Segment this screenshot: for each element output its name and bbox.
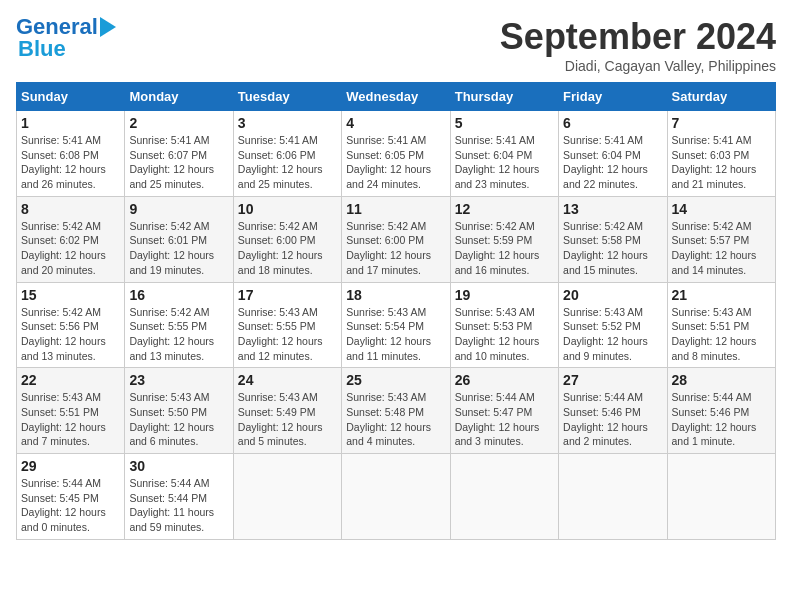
calendar-day-23: 23Sunrise: 5:43 AM Sunset: 5:50 PM Dayli…: [125, 368, 233, 454]
calendar-week-2: 8Sunrise: 5:42 AM Sunset: 6:02 PM Daylig…: [17, 196, 776, 282]
logo-text-general: General: [16, 16, 98, 38]
day-info: Sunrise: 5:43 AM Sunset: 5:49 PM Dayligh…: [238, 390, 337, 449]
calendar-day-8: 8Sunrise: 5:42 AM Sunset: 6:02 PM Daylig…: [17, 196, 125, 282]
calendar-day-14: 14Sunrise: 5:42 AM Sunset: 5:57 PM Dayli…: [667, 196, 775, 282]
day-info: Sunrise: 5:44 AM Sunset: 5:47 PM Dayligh…: [455, 390, 554, 449]
empty-cell: [342, 454, 450, 540]
day-number: 18: [346, 287, 445, 303]
location-subtitle: Diadi, Cagayan Valley, Philippines: [500, 58, 776, 74]
calendar-day-3: 3Sunrise: 5:41 AM Sunset: 6:06 PM Daylig…: [233, 111, 341, 197]
calendar-header-sunday: Sunday: [17, 83, 125, 111]
day-info: Sunrise: 5:41 AM Sunset: 6:04 PM Dayligh…: [563, 133, 662, 192]
day-info: Sunrise: 5:41 AM Sunset: 6:07 PM Dayligh…: [129, 133, 228, 192]
day-number: 2: [129, 115, 228, 131]
day-number: 22: [21, 372, 120, 388]
calendar-day-17: 17Sunrise: 5:43 AM Sunset: 5:55 PM Dayli…: [233, 282, 341, 368]
calendar-day-16: 16Sunrise: 5:42 AM Sunset: 5:55 PM Dayli…: [125, 282, 233, 368]
calendar-day-19: 19Sunrise: 5:43 AM Sunset: 5:53 PM Dayli…: [450, 282, 558, 368]
day-info: Sunrise: 5:42 AM Sunset: 6:02 PM Dayligh…: [21, 219, 120, 278]
day-number: 16: [129, 287, 228, 303]
calendar-header-saturday: Saturday: [667, 83, 775, 111]
day-number: 20: [563, 287, 662, 303]
calendar-day-5: 5Sunrise: 5:41 AM Sunset: 6:04 PM Daylig…: [450, 111, 558, 197]
calendar-day-4: 4Sunrise: 5:41 AM Sunset: 6:05 PM Daylig…: [342, 111, 450, 197]
calendar-day-26: 26Sunrise: 5:44 AM Sunset: 5:47 PM Dayli…: [450, 368, 558, 454]
calendar-day-13: 13Sunrise: 5:42 AM Sunset: 5:58 PM Dayli…: [559, 196, 667, 282]
day-number: 3: [238, 115, 337, 131]
day-info: Sunrise: 5:44 AM Sunset: 5:46 PM Dayligh…: [563, 390, 662, 449]
day-info: Sunrise: 5:43 AM Sunset: 5:54 PM Dayligh…: [346, 305, 445, 364]
day-number: 30: [129, 458, 228, 474]
day-info: Sunrise: 5:42 AM Sunset: 5:56 PM Dayligh…: [21, 305, 120, 364]
day-info: Sunrise: 5:43 AM Sunset: 5:48 PM Dayligh…: [346, 390, 445, 449]
day-info: Sunrise: 5:42 AM Sunset: 6:01 PM Dayligh…: [129, 219, 228, 278]
calendar-day-1: 1Sunrise: 5:41 AM Sunset: 6:08 PM Daylig…: [17, 111, 125, 197]
day-number: 10: [238, 201, 337, 217]
calendar-header-tuesday: Tuesday: [233, 83, 341, 111]
day-number: 5: [455, 115, 554, 131]
day-number: 29: [21, 458, 120, 474]
empty-cell: [559, 454, 667, 540]
day-number: 19: [455, 287, 554, 303]
day-info: Sunrise: 5:44 AM Sunset: 5:45 PM Dayligh…: [21, 476, 120, 535]
calendar-header-monday: Monday: [125, 83, 233, 111]
calendar-day-15: 15Sunrise: 5:42 AM Sunset: 5:56 PM Dayli…: [17, 282, 125, 368]
calendar-day-18: 18Sunrise: 5:43 AM Sunset: 5:54 PM Dayli…: [342, 282, 450, 368]
empty-cell: [450, 454, 558, 540]
day-info: Sunrise: 5:42 AM Sunset: 5:58 PM Dayligh…: [563, 219, 662, 278]
logo: General Blue: [16, 16, 116, 60]
calendar-header-row: SundayMondayTuesdayWednesdayThursdayFrid…: [17, 83, 776, 111]
page-header: General Blue September 2024 Diadi, Cagay…: [16, 16, 776, 74]
calendar-header-thursday: Thursday: [450, 83, 558, 111]
calendar-week-1: 1Sunrise: 5:41 AM Sunset: 6:08 PM Daylig…: [17, 111, 776, 197]
calendar-day-10: 10Sunrise: 5:42 AM Sunset: 6:00 PM Dayli…: [233, 196, 341, 282]
day-number: 11: [346, 201, 445, 217]
day-info: Sunrise: 5:41 AM Sunset: 6:04 PM Dayligh…: [455, 133, 554, 192]
day-number: 9: [129, 201, 228, 217]
calendar-week-3: 15Sunrise: 5:42 AM Sunset: 5:56 PM Dayli…: [17, 282, 776, 368]
calendar-table: SundayMondayTuesdayWednesdayThursdayFrid…: [16, 82, 776, 540]
day-info: Sunrise: 5:41 AM Sunset: 6:03 PM Dayligh…: [672, 133, 771, 192]
day-info: Sunrise: 5:43 AM Sunset: 5:53 PM Dayligh…: [455, 305, 554, 364]
calendar-day-25: 25Sunrise: 5:43 AM Sunset: 5:48 PM Dayli…: [342, 368, 450, 454]
calendar-day-2: 2Sunrise: 5:41 AM Sunset: 6:07 PM Daylig…: [125, 111, 233, 197]
calendar-day-20: 20Sunrise: 5:43 AM Sunset: 5:52 PM Dayli…: [559, 282, 667, 368]
day-number: 15: [21, 287, 120, 303]
day-info: Sunrise: 5:41 AM Sunset: 6:08 PM Dayligh…: [21, 133, 120, 192]
day-info: Sunrise: 5:41 AM Sunset: 6:05 PM Dayligh…: [346, 133, 445, 192]
calendar-day-29: 29Sunrise: 5:44 AM Sunset: 5:45 PM Dayli…: [17, 454, 125, 540]
day-number: 24: [238, 372, 337, 388]
day-number: 28: [672, 372, 771, 388]
calendar-week-5: 29Sunrise: 5:44 AM Sunset: 5:45 PM Dayli…: [17, 454, 776, 540]
day-number: 4: [346, 115, 445, 131]
day-number: 6: [563, 115, 662, 131]
logo-text-blue: Blue: [18, 38, 66, 60]
day-number: 1: [21, 115, 120, 131]
day-number: 27: [563, 372, 662, 388]
calendar-week-4: 22Sunrise: 5:43 AM Sunset: 5:51 PM Dayli…: [17, 368, 776, 454]
calendar-day-28: 28Sunrise: 5:44 AM Sunset: 5:46 PM Dayli…: [667, 368, 775, 454]
calendar-header-friday: Friday: [559, 83, 667, 111]
day-info: Sunrise: 5:42 AM Sunset: 6:00 PM Dayligh…: [238, 219, 337, 278]
day-number: 7: [672, 115, 771, 131]
day-number: 8: [21, 201, 120, 217]
day-info: Sunrise: 5:42 AM Sunset: 5:59 PM Dayligh…: [455, 219, 554, 278]
day-info: Sunrise: 5:43 AM Sunset: 5:51 PM Dayligh…: [672, 305, 771, 364]
calendar-day-24: 24Sunrise: 5:43 AM Sunset: 5:49 PM Dayli…: [233, 368, 341, 454]
day-info: Sunrise: 5:43 AM Sunset: 5:50 PM Dayligh…: [129, 390, 228, 449]
month-title: September 2024: [500, 16, 776, 58]
day-number: 13: [563, 201, 662, 217]
day-number: 25: [346, 372, 445, 388]
calendar-day-12: 12Sunrise: 5:42 AM Sunset: 5:59 PM Dayli…: [450, 196, 558, 282]
day-info: Sunrise: 5:44 AM Sunset: 5:46 PM Dayligh…: [672, 390, 771, 449]
day-number: 23: [129, 372, 228, 388]
day-number: 12: [455, 201, 554, 217]
day-info: Sunrise: 5:41 AM Sunset: 6:06 PM Dayligh…: [238, 133, 337, 192]
calendar-day-11: 11Sunrise: 5:42 AM Sunset: 6:00 PM Dayli…: [342, 196, 450, 282]
day-info: Sunrise: 5:42 AM Sunset: 5:57 PM Dayligh…: [672, 219, 771, 278]
day-info: Sunrise: 5:44 AM Sunset: 5:44 PM Dayligh…: [129, 476, 228, 535]
empty-cell: [233, 454, 341, 540]
day-info: Sunrise: 5:43 AM Sunset: 5:55 PM Dayligh…: [238, 305, 337, 364]
calendar-header-wednesday: Wednesday: [342, 83, 450, 111]
calendar-day-27: 27Sunrise: 5:44 AM Sunset: 5:46 PM Dayli…: [559, 368, 667, 454]
